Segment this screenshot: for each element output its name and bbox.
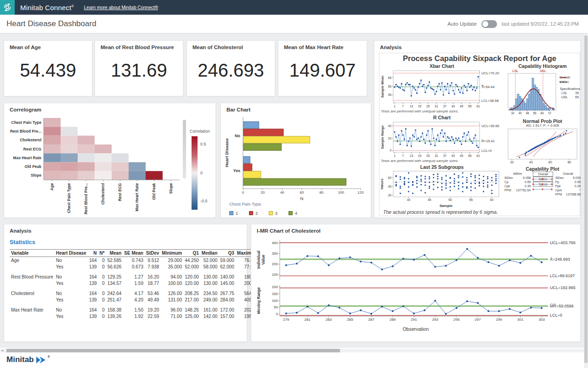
svg-text:283: 283 — [326, 318, 332, 322]
svg-text:X̿=54.44: X̿=54.44 — [481, 85, 495, 89]
capability-histogram-plot: LSLUSL324048566472 — [505, 68, 559, 116]
svg-text:Slope: Slope — [169, 183, 174, 194]
svg-text:40: 40 — [388, 124, 391, 128]
kpi-label: Mean of Age — [10, 45, 41, 50]
svg-text:293: 293 — [432, 318, 439, 322]
svg-text:LCL=89.6197: LCL=89.6197 — [550, 273, 575, 278]
correlogram-heatmap: Chest Pain TypeRest Blood Pre...Choleste… — [5, 116, 181, 216]
svg-text:300: 300 — [272, 251, 278, 256]
header-controls: Auto Update last updated 9/20/22, 12:45:… — [447, 20, 579, 28]
legend-tick: -0.5 — [200, 199, 208, 203]
footer-brand-text: Minitab — [6, 355, 34, 364]
svg-text:Chest Pain Type: Chest Pain Type — [67, 183, 72, 213]
kpi-card-mean-age: Mean of Age 54.439 — [4, 40, 92, 96]
svg-text:281: 281 — [305, 318, 311, 322]
svg-text:7: 7 — [402, 154, 404, 157]
capability-plot-title: Capability Plot — [504, 166, 581, 172]
moving-range-chart: 0501001502002792812832852872892912932952… — [255, 282, 577, 325]
svg-text:40: 40 — [518, 112, 522, 115]
statistics-table: VariableHeart DiseaseNN*MeanSE MeanStDev… — [10, 249, 260, 319]
svg-text:43: 43 — [452, 105, 455, 108]
svg-text:M̅R̅=59.0596: M̅R̅=59.0596 — [550, 304, 574, 308]
page-title: Heart Disease Dashboard — [6, 19, 96, 28]
normal-prob-plot: 20406080 — [505, 128, 581, 165]
svg-text:0: 0 — [276, 312, 278, 316]
xbar-note: Tests are performed with unequal sample … — [381, 109, 458, 113]
svg-text:19: 19 — [418, 105, 422, 108]
svg-text:120: 120 — [357, 190, 364, 195]
svg-text:LSL: LSL — [513, 69, 519, 72]
minitab-footer-logo: Minitab ® — [6, 355, 50, 364]
svg-text:55: 55 — [468, 105, 472, 108]
svg-text:LCL=0: LCL=0 — [550, 313, 562, 318]
legend-title: Correlation — [190, 129, 215, 134]
svg-text:297: 297 — [475, 318, 481, 322]
svg-text:Heart Disease: Heart Disease — [224, 139, 229, 167]
svg-text:1: 1 — [394, 105, 396, 108]
svg-text:64: 64 — [540, 112, 544, 115]
svg-text:45: 45 — [428, 198, 431, 201]
svg-text:Rest Blood Pre...: Rest Blood Pre... — [10, 129, 41, 134]
brand-name: Minitab Connect® — [20, 4, 74, 11]
svg-text:UCL=39.66: UCL=39.66 — [481, 124, 499, 128]
svg-text:Sample Mean: Sample Mean — [380, 76, 384, 98]
auto-update-toggle[interactable] — [481, 20, 497, 28]
r-chart-note: Tests are performed with unequal sample … — [381, 159, 458, 163]
kpi-value: 131.69 — [95, 60, 183, 81]
svg-text:50: 50 — [448, 198, 452, 201]
kpi-card-mean-rest-blood-pressure: Mean of Rest Blood Pressure 131.69 — [95, 40, 183, 96]
horizontal-scrollbar-thumb[interactable] — [6, 349, 340, 352]
kpi-label: Mean of Rest Blood Pressure — [101, 45, 174, 50]
svg-text:40: 40 — [280, 190, 284, 195]
svg-text:Old Peak: Old Peak — [25, 164, 42, 169]
vertical-scrollbar[interactable] — [584, 33, 588, 368]
svg-text:Cholesterol: Cholesterol — [101, 183, 106, 205]
card-title: Correlogram — [10, 107, 41, 112]
svg-text:Chest Pain Type: Chest Pain Type — [11, 120, 42, 125]
svg-text:56: 56 — [533, 112, 537, 115]
sixpack-report: Process Capability Sixpack Report for Ag… — [379, 53, 580, 216]
svg-text:0: 0 — [390, 149, 391, 152]
svg-text:55: 55 — [388, 85, 391, 88]
svg-text:Individual: Individual — [256, 251, 261, 269]
svg-text:UCL=70.20: UCL=70.20 — [481, 71, 499, 75]
kpi-value: 149.607 — [278, 60, 367, 81]
svg-text:291: 291 — [411, 318, 417, 322]
auto-update-label: Auto Update — [447, 21, 477, 27]
dashboard-header: Heart Disease Dashboard Auto Update last… — [0, 15, 588, 33]
svg-text:25: 25 — [426, 105, 430, 108]
heart-disease-bar-chart: NoYes020406080100120NHeart Disease — [223, 115, 367, 202]
svg-text:100: 100 — [272, 299, 278, 303]
scroll-left-arrow-icon[interactable]: ◄ — [1, 349, 4, 352]
svg-text:60: 60 — [490, 198, 494, 201]
svg-text:80: 80 — [319, 190, 323, 195]
svg-text:31: 31 — [435, 105, 438, 108]
bar-chart-legend: Chest Pain Type 1234 — [229, 201, 297, 217]
correlogram-scrollbar[interactable] — [183, 120, 186, 178]
svg-text:20: 20 — [510, 161, 514, 164]
svg-text:UCL=192.965: UCL=192.965 — [550, 285, 576, 290]
vertical-scrollbar-thumb[interactable] — [584, 35, 588, 363]
horizontal-scrollbar[interactable]: ◄ — [0, 349, 588, 352]
correlation-legend: Correlation 0.5 0 -0.5 — [190, 129, 215, 134]
svg-text:19: 19 — [418, 154, 422, 157]
svg-text:43: 43 — [452, 154, 455, 157]
svg-text:X̄=246.693: X̄=246.693 — [550, 257, 570, 262]
capability-plot: WithinStDev9.058Cp0.55Cpk0.39PPM137752.6… — [504, 172, 581, 196]
svg-text:285: 285 — [347, 318, 353, 322]
svg-text:32: 32 — [511, 112, 514, 115]
legend-items: 1234 — [229, 208, 297, 217]
svg-text:1: 1 — [394, 154, 396, 157]
svg-text:49: 49 — [460, 105, 464, 108]
svg-text:Rest Blood Pre...: Rest Blood Pre... — [84, 183, 89, 214]
r-chart-plot: 0204017131925313743495561UCL=39.66R̄=15.… — [379, 120, 504, 158]
correlogram-card: Correlogram Chest Pain TypeRest Blood Pr… — [4, 103, 216, 218]
imr-x-axis-label: Observation — [281, 326, 551, 332]
svg-text:No: No — [235, 134, 240, 138]
histogram-legend: OverallWithinSpecificationsLSL35USL65 — [560, 75, 581, 99]
learn-more-link[interactable]: Learn more about Minitab Connect® — [84, 5, 158, 10]
svg-text:Value: Value — [261, 255, 266, 265]
svg-text:37: 37 — [443, 154, 447, 157]
svg-text:LCL=38.68: LCL=38.68 — [481, 99, 498, 103]
minitab-connect-logo[interactable] — [0, 0, 15, 15]
